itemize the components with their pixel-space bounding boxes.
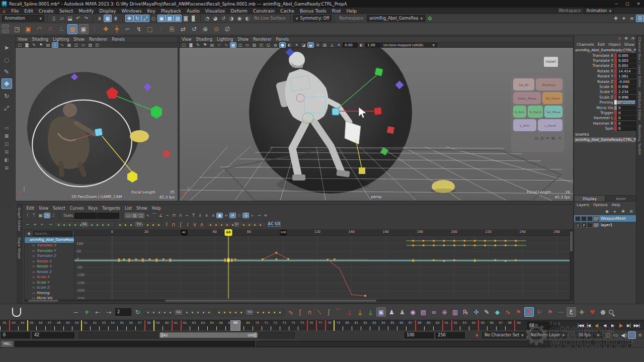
ge-lattice-keys-icon[interactable]: ▦ (37, 213, 44, 218)
red-cube-control[interactable] (374, 107, 381, 115)
ab-remove-key-icon[interactable]: − (71, 307, 80, 317)
bookmark-current-icon[interactable]: ⚑ (524, 307, 534, 317)
game-cam-canvas[interactable]: 2D Pan/Zoom | GAME_CAM Focal Length 35 4… (16, 48, 178, 201)
channel-mute-icon[interactable]: ◅ (32, 275, 34, 279)
key-all-icon[interactable]: ⊙ (211, 24, 221, 34)
ab-tangent-spline-icon[interactable]: ʃ (295, 307, 305, 317)
timeline-key-91[interactable] (442, 320, 443, 331)
viewport-game-cam[interactable]: ViewShadingLightingShowRendererPanels ▢◙… (15, 36, 178, 202)
ab-ea-chip[interactable]: EA (175, 310, 183, 315)
key-green-pose-icon[interactable]: ⍊ (366, 307, 375, 317)
ghosting-icon[interactable]: ⁙ (45, 24, 55, 34)
anim-prefs-clip-icon[interactable]: ◫ (604, 331, 612, 339)
ge-frame-playback-icon[interactable]: ▥ (131, 213, 138, 218)
time-bookmark-100[interactable]: 100 (280, 230, 286, 235)
layer-row[interactable]: WeaponMesh (574, 215, 636, 222)
key-red-pose-icon[interactable]: ⍊ (345, 307, 354, 317)
cb-pin-icon[interactable]: ⊹ (616, 36, 623, 41)
character-set-key-icon[interactable]: ♟ (473, 332, 480, 338)
ea-chip[interactable]: EA (81, 222, 89, 227)
channel-value-field[interactable]: 0 (617, 126, 636, 131)
channel-value-field[interactable]: rightHand (617, 100, 636, 105)
red-curves-icon[interactable]: ∿ (503, 307, 513, 317)
world-bake-icon[interactable]: ⊕ (440, 307, 449, 317)
ge-post-infinity-icon[interactable]: ⊸ (256, 213, 262, 218)
vpc-isolate-icon[interactable]: ◬ (329, 42, 335, 48)
picker-overlay[interactable]: Sel_AllKeyPropsUnpin_MoveSel_HandR_ArmR_… (511, 76, 565, 152)
red-square-gizmo[interactable] (387, 126, 394, 134)
channel-name[interactable]: Trigger (574, 111, 614, 115)
picker-button-l-arm[interactable]: L_Arm (513, 119, 536, 131)
sep1-icon[interactable]: ¦ (90, 24, 100, 34)
picker-button-r-arm[interactable]: R_Arm (513, 106, 526, 118)
ge-lock-weights-icon[interactable]: ∧ (210, 213, 216, 218)
menu-audio[interactable]: Audio (184, 9, 203, 14)
attribute-spreadsheet-icon[interactable]: ≡ (628, 15, 636, 22)
range-slider-track[interactable]: 42 100 (78, 332, 295, 338)
ab-tangent-flat-icon[interactable]: ⌒ (334, 307, 343, 317)
value-strip[interactable]: V (206, 221, 267, 227)
vp-center-menu-view[interactable]: View (180, 37, 194, 42)
outliner-hscrollbar[interactable] (24, 299, 74, 302)
snap-move-icon[interactable]: ✥ (125, 15, 133, 22)
ab-tangent-plateau-icon[interactable]: ∩ (305, 307, 314, 317)
sep2-icon[interactable]: ¦ (156, 24, 166, 34)
maximize-button[interactable]: □ (622, 2, 633, 6)
step-size-field[interactable]: 2 (115, 308, 131, 316)
ghost-frames-icon[interactable]: ∴ (56, 24, 66, 34)
shape-node-name[interactable]: animRig_Abel_GameReady:CTRL_PropAShape (574, 137, 636, 142)
ge-channel-name[interactable]: Scale Y (36, 281, 49, 285)
layer-menu-options[interactable]: Options (592, 203, 609, 207)
channel-name[interactable]: Rotate Z (574, 79, 614, 84)
th-chip[interactable]: TH (135, 222, 143, 227)
move-tool-icon[interactable]: ✥ (2, 78, 12, 89)
paint-select-tool-icon[interactable]: ✎ (2, 66, 12, 77)
ge-frame-all-icon[interactable]: ▭ (125, 213, 131, 218)
select-object-icon[interactable]: ▦ (104, 15, 112, 22)
tangent-linear-icon[interactable]: ∨ (191, 221, 198, 228)
animation-end-field[interactable]: 250 (436, 332, 465, 338)
channel-name[interactable]: Scale Y (574, 89, 614, 94)
shelf-tab-left-icon[interactable]: ◳ (12, 24, 22, 34)
vpc-xray-icon[interactable]: ▨ (321, 42, 328, 48)
ge-next-key-icon[interactable]: ⇢ (47, 222, 53, 227)
search-magnifier-icon[interactable] (609, 310, 613, 314)
menu-create[interactable]: Create (36, 9, 56, 14)
menu-riot[interactable]: Riot (329, 9, 344, 14)
fps-dropdown[interactable]: 30 fps▼ (576, 332, 602, 338)
symmetry-dropdown[interactable]: ▼Symmetry: Off (293, 15, 332, 22)
ge-channel-row[interactable]: ◅Translate Y (25, 248, 74, 254)
ik-fk-snap-icon[interactable]: ⌐ (123, 24, 133, 34)
render-iprtoggle-icon[interactable]: ◑ (227, 15, 235, 22)
channel-value-field[interactable]: 2.234 (617, 89, 636, 94)
ge-current-frame-marker[interactable]: 68 (225, 229, 232, 236)
ge-channel-name[interactable]: Translate Y (36, 249, 55, 253)
vp-select-camera-icon[interactable]: ▢ (17, 42, 23, 48)
lock-selection-icon[interactable]: ▊ (190, 15, 198, 22)
vpc-film-gate-icon[interactable]: ◫ (237, 42, 244, 48)
set-key-icon[interactable]: ✚ (101, 24, 111, 34)
menu-deform[interactable]: Deform (228, 9, 250, 14)
ease-strip[interactable]: EA (54, 221, 115, 227)
range-slider-bar[interactable]: 42 100 (159, 332, 258, 338)
vp-grease-icon[interactable]: ∿ (59, 42, 65, 48)
menu-windows[interactable]: Windows (119, 9, 144, 14)
vp-center-menu-shading[interactable]: Shading (194, 37, 215, 42)
channel-mute-icon[interactable]: ◅ (32, 254, 34, 258)
vpc-shadows-icon[interactable]: ◪ (300, 42, 307, 48)
timeline-key-59[interactable] (153, 320, 154, 331)
zero-out-icon[interactable]: ∅ (222, 24, 232, 34)
layout-persp-graph-icon[interactable]: ⊞ (2, 164, 12, 171)
timeline-key-88[interactable] (415, 320, 416, 331)
key-yellow-pose-icon[interactable]: ⍊ (355, 307, 365, 317)
ab-tangent-s-icon[interactable]: ʃ (324, 307, 334, 317)
redo-icon[interactable]: ↷ (82, 15, 90, 22)
channel-name[interactable]: Translate Z (574, 63, 614, 68)
ge-menu-select[interactable]: Select (50, 206, 67, 211)
snap-rotate-icon[interactable]: ↻ (133, 15, 141, 22)
epsilon-tool-icon[interactable]: Ɛ (567, 307, 576, 317)
ab-add-key-icon[interactable]: + (82, 307, 92, 317)
stats-frame-field[interactable] (74, 213, 97, 219)
layer-row[interactable]: VPlayer1 (574, 222, 636, 228)
channel-mute-icon[interactable]: ◅ (32, 270, 34, 274)
